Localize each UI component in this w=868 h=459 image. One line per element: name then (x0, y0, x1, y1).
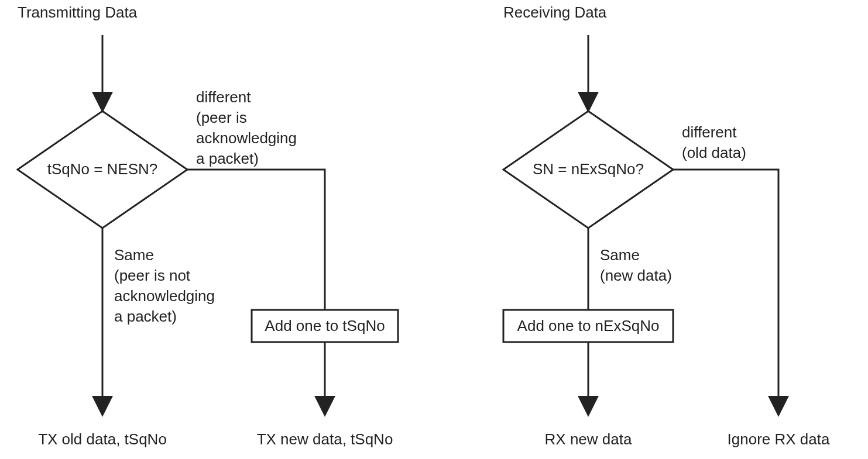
transmitting-flowchart: Transmitting Data tSqNo = NESN? differen… (18, 4, 398, 448)
branch-down-label-right: Same (new data) (600, 246, 672, 284)
svg-text:a packet): a packet) (114, 308, 177, 325)
receiving-flowchart: Receiving Data SN = nExSqNo? different (… (503, 4, 830, 448)
svg-text:(peer is: (peer is (196, 109, 247, 126)
terminal-rx-new: RX new data (545, 430, 632, 448)
svg-text:different: different (196, 88, 251, 106)
branch-right-label-right: different (old data) (682, 123, 746, 161)
receiving-title: Receiving Data (503, 4, 607, 21)
svg-text:(peer is not: (peer is not (114, 267, 191, 284)
svg-text:different: different (682, 123, 737, 141)
process-add-nexsqno-label: Add one to nExSqNo (517, 317, 660, 334)
svg-text:acknowledging: acknowledging (196, 129, 297, 147)
svg-text:a packet): a packet) (196, 150, 259, 167)
path-right-right (673, 170, 778, 406)
transmitting-title: Transmitting Data (18, 4, 138, 21)
terminal-ignore-rx: Ignore RX data (728, 430, 830, 448)
svg-text:Same: Same (600, 246, 640, 264)
branch-right-label-left: different (peer is acknowledging a packe… (196, 88, 297, 167)
decision-tsqno-label: tSqNo = NESN? (47, 160, 158, 178)
process-add-tsqno-label: Add one to tSqNo (265, 317, 385, 334)
decision-sn-label: SN = nExSqNo? (533, 160, 644, 178)
branch-down-label-left: Same (peer is not acknowledging a packet… (114, 246, 215, 325)
svg-text:(new data): (new data) (600, 267, 672, 284)
terminal-tx-new: TX new data, tSqNo (257, 430, 393, 448)
terminal-tx-old: TX old data, tSqNo (38, 430, 167, 448)
svg-text:acknowledging: acknowledging (114, 287, 215, 305)
svg-text:Same: Same (114, 246, 154, 264)
svg-text:(old data): (old data) (682, 144, 746, 161)
flowchart-diagram: Transmitting Data tSqNo = NESN? differen… (0, 0, 868, 459)
